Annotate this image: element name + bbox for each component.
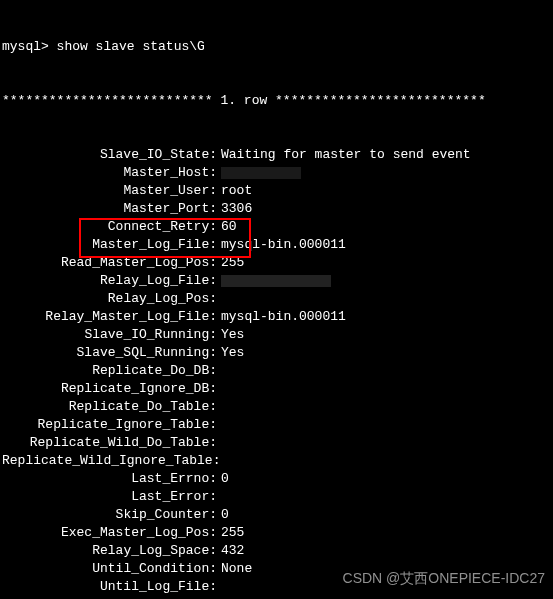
field-row: Master_Log_File:mysql-bin.000011 [2, 236, 553, 254]
field-row: Slave_SQL_Running:Yes [2, 344, 553, 362]
fields-container: Slave_IO_State:Waiting for master to sen… [2, 146, 553, 599]
field-value: 0 [217, 470, 229, 488]
field-label: Exec_Master_Log_Pos: [2, 524, 217, 542]
field-label: Read_Master_Log_Pos: [2, 254, 217, 272]
row-header: *************************** 1. row *****… [2, 92, 553, 110]
field-value [217, 380, 221, 398]
field-label: Slave_IO_Running: [2, 326, 217, 344]
field-row: Relay_Log_Space:432 [2, 542, 553, 560]
terminal-output: mysql> show slave status\G *************… [0, 0, 553, 599]
field-label: Relay_Master_Log_File: [2, 308, 217, 326]
field-row: Master_Host: [2, 164, 553, 182]
field-value [217, 290, 221, 308]
field-row: Slave_IO_Running:Yes [2, 326, 553, 344]
field-label: Master_Log_File: [2, 236, 217, 254]
field-row: Slave_IO_State:Waiting for master to sen… [2, 146, 553, 164]
field-value: Yes [217, 344, 244, 362]
redacted-block [221, 167, 301, 179]
field-label: Until_Condition: [2, 560, 217, 578]
field-row: Read_Master_Log_Pos:255 [2, 254, 553, 272]
field-value [217, 578, 221, 596]
field-row: Replicate_Wild_Do_Table: [2, 434, 553, 452]
field-label: Relay_Log_Pos: [2, 290, 217, 308]
field-value: 60 [217, 218, 237, 236]
field-value: Yes [217, 326, 244, 344]
field-label: Until_Log_File: [2, 578, 217, 596]
field-label: Master_Port: [2, 200, 217, 218]
field-label: Relay_Log_Space: [2, 542, 217, 560]
field-label: Relay_Log_File: [2, 272, 217, 290]
field-row: Replicate_Ignore_DB: [2, 380, 553, 398]
field-value [217, 416, 221, 434]
field-value: Waiting for master to send event [217, 146, 471, 164]
field-label: Replicate_Ignore_DB: [2, 380, 217, 398]
field-value: mysql-bin.000011 [217, 236, 346, 254]
field-row: Replicate_Ignore_Table: [2, 416, 553, 434]
field-row: Master_Port:3306 [2, 200, 553, 218]
field-label: Replicate_Do_DB: [2, 362, 217, 380]
field-row: Relay_Log_File: [2, 272, 553, 290]
field-row: Connect_Retry:60 [2, 218, 553, 236]
field-row: Master_User:root [2, 182, 553, 200]
redacted-block [221, 275, 331, 287]
mysql-prompt: mysql> show slave status\G [2, 38, 553, 56]
watermark: CSDN @艾西ONEPIECE-IDC27 [343, 569, 545, 587]
field-value [217, 488, 221, 506]
field-row: Replicate_Wild_Ignore_Table: [2, 452, 553, 470]
field-label: Replicate_Wild_Ignore_Table: [2, 452, 217, 470]
field-value [217, 398, 221, 416]
field-row: Replicate_Do_DB: [2, 362, 553, 380]
field-value: 255 [217, 524, 244, 542]
field-label: Slave_SQL_Running: [2, 344, 217, 362]
field-value [217, 434, 221, 452]
field-row: Replicate_Do_Table: [2, 398, 553, 416]
field-value: 432 [217, 542, 244, 560]
field-value: root [217, 182, 252, 200]
field-row: Relay_Log_Pos: [2, 290, 553, 308]
field-value: 0 [217, 506, 229, 524]
field-label: Master_User: [2, 182, 217, 200]
field-label: Replicate_Ignore_Table: [2, 416, 217, 434]
field-label: Replicate_Wild_Do_Table: [2, 434, 217, 452]
field-label: Last_Error: [2, 488, 217, 506]
field-row: Last_Error: [2, 488, 553, 506]
field-value: None [217, 560, 252, 578]
field-value [217, 452, 221, 470]
field-value: 3306 [217, 200, 252, 218]
field-label: Last_Errno: [2, 470, 217, 488]
field-label: Replicate_Do_Table: [2, 398, 217, 416]
field-value [217, 272, 331, 290]
field-label: Master_Host: [2, 164, 217, 182]
field-value [217, 362, 221, 380]
field-label: Slave_IO_State: [2, 146, 217, 164]
field-row: Relay_Master_Log_File:mysql-bin.000011 [2, 308, 553, 326]
field-row: Skip_Counter:0 [2, 506, 553, 524]
field-value [217, 164, 301, 182]
field-label: Skip_Counter: [2, 506, 217, 524]
field-label: Connect_Retry: [2, 218, 217, 236]
field-value: 255 [217, 254, 244, 272]
field-row: Last_Errno:0 [2, 470, 553, 488]
field-row: Exec_Master_Log_Pos:255 [2, 524, 553, 542]
field-value: mysql-bin.000011 [217, 308, 346, 326]
